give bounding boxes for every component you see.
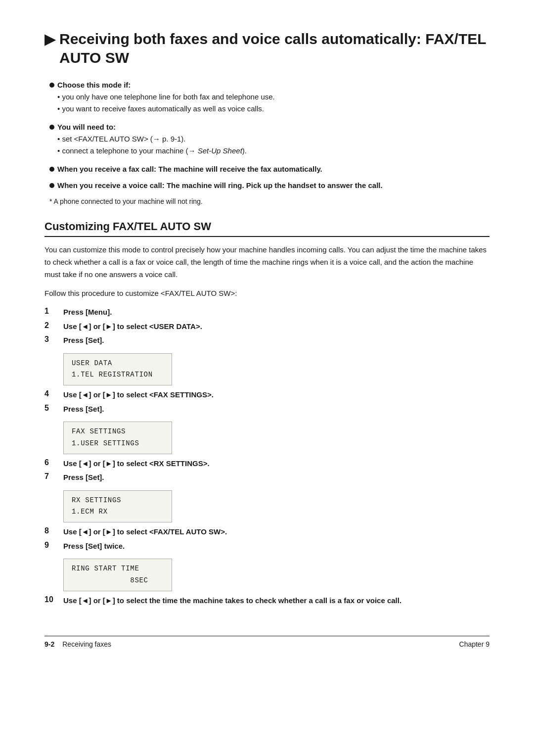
voice-call-note: When you receive a voice call: The machi… (49, 181, 490, 189)
step-6-number: 6 (44, 458, 63, 467)
step-9-number: 9 (44, 541, 63, 550)
step-3-display: USER DATA1.TEL REGISTRATION (63, 353, 172, 386)
you-will-need-section: You will need to: • set <FAX/TEL AUTO SW… (44, 123, 490, 157)
you-will-need-content: • set <FAX/TEL AUTO SW> (→ p. 9-1). • co… (49, 133, 490, 157)
customizing-heading: Customizing FAX/TEL AUTO SW (44, 220, 490, 237)
step-10: 10 Use [◄] or [►] to select the time the… (44, 595, 490, 607)
footer-page-number: 9-2 (44, 640, 54, 648)
step-4-text: Use [◄] or [►] to select <FAX SETTINGS>. (63, 389, 490, 401)
main-title-section: ▶ Receiving both faxes and voice calls a… (44, 30, 490, 67)
footer-left-text: Receiving faxes (62, 640, 111, 648)
step-9-display: RING START TIME 8SEC (63, 559, 172, 591)
step-7-display: RX SETTINGS1.ECM RX (63, 490, 172, 523)
choose-mode-section: Choose this mode if: • you only have one… (44, 81, 490, 115)
step-4: 4 Use [◄] or [►] to select <FAX SETTINGS… (44, 389, 490, 401)
step-7: 7 Press [Set]. (44, 472, 490, 483)
phone-note: * A phone connected to your machine will… (44, 197, 490, 205)
step-10-text: Use [◄] or [►] to select the time the ma… (63, 595, 490, 607)
step-8-number: 8 (44, 526, 63, 535)
footer: 9-2 Receiving faxes Chapter 9 (44, 636, 490, 648)
step-6-text: Use [◄] or [►] to select <RX SETTINGS>. (63, 458, 490, 470)
step-3-number: 3 (44, 335, 63, 344)
page-title: ▶ Receiving both faxes and voice calls a… (44, 30, 490, 67)
step-4-number: 4 (44, 389, 63, 398)
page-title-text: Receiving both faxes and voice calls aut… (59, 30, 490, 67)
fax-call-note: When you receive a fax call: The machine… (49, 165, 490, 173)
footer-left: 9-2 Receiving faxes (44, 640, 111, 648)
step-9: 9 Press [Set] twice. (44, 541, 490, 552)
steps-container: 1 Press [Menu]. 2 Use [◄] or [►] to sele… (44, 307, 490, 606)
you-will-need-label: You will need to: (49, 123, 490, 131)
bullet-dot-icon-3 (49, 167, 54, 172)
body-text-2: Follow this procedure to customize <FAX/… (44, 287, 490, 300)
step-8: 8 Use [◄] or [►] to select <FAX/TEL AUTO… (44, 526, 490, 538)
step-2-text: Use [◄] or [►] to select <USER DATA>. (63, 321, 490, 332)
fax-call-note-section: When you receive a fax call: The machine… (44, 165, 490, 173)
step-2: 2 Use [◄] or [►] to select <USER DATA>. (44, 321, 490, 332)
choose-mode-content: • you only have one telephone line for b… (49, 91, 490, 115)
voice-call-note-section: When you receive a voice call: The machi… (44, 181, 490, 189)
step-6: 6 Use [◄] or [►] to select <RX SETTINGS>… (44, 458, 490, 470)
step-5-display: FAX SETTINGS1.USER SETTINGS (63, 422, 172, 454)
step-1-text: Press [Menu]. (63, 307, 490, 318)
step-8-text: Use [◄] or [►] to select <FAX/TEL AUTO S… (63, 526, 490, 538)
step-7-number: 7 (44, 472, 63, 481)
bullet-dot-icon-4 (49, 183, 54, 188)
step-1-number: 1 (44, 307, 63, 316)
choose-mode-item-1: • you only have one telephone line for b… (57, 91, 490, 103)
choose-mode-label: Choose this mode if: (49, 81, 490, 89)
step-5-text: Press [Set]. (63, 404, 490, 415)
step-5: 5 Press [Set]. (44, 404, 490, 415)
bullet-dot-icon (49, 83, 54, 88)
footer-right-text: Chapter 9 (459, 640, 490, 648)
step-3: 3 Press [Set]. (44, 335, 490, 346)
choose-mode-item-2: • you want to receive faxes automaticall… (57, 103, 490, 115)
you-will-need-item-1: • set <FAX/TEL AUTO SW> (→ p. 9-1). (57, 133, 490, 145)
title-arrow-icon: ▶ (44, 31, 55, 48)
you-will-need-item-2: • connect a telephone to your machine (→… (57, 145, 490, 157)
step-3-text: Press [Set]. (63, 335, 490, 346)
step-9-text: Press [Set] twice. (63, 541, 490, 552)
step-5-number: 5 (44, 404, 63, 413)
body-text-1: You can customize this mode to control p… (44, 244, 490, 281)
bullet-dot-icon-2 (49, 125, 54, 130)
step-1: 1 Press [Menu]. (44, 307, 490, 318)
step-2-number: 2 (44, 321, 63, 330)
step-10-number: 10 (44, 595, 63, 604)
step-7-text: Press [Set]. (63, 472, 490, 483)
